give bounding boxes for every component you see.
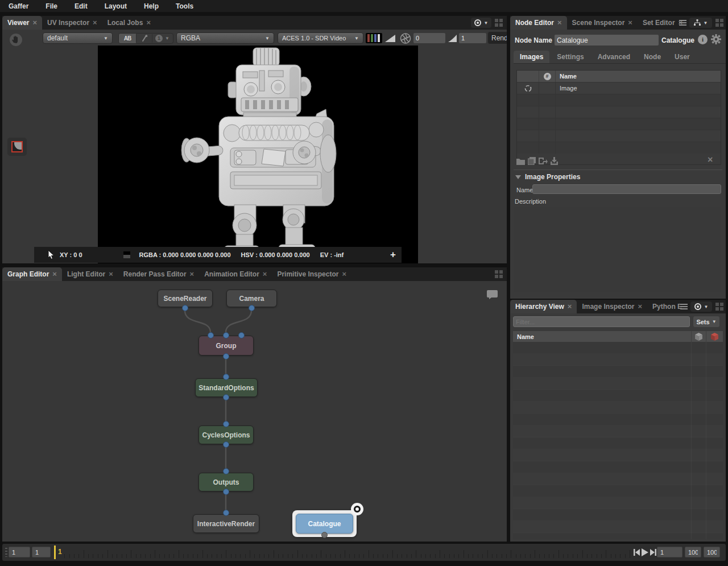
tab-render-pass-editor[interactable]: Render Pass Editor × (118, 267, 199, 281)
plug-out[interactable] (223, 353, 229, 360)
close-icon[interactable]: × (146, 20, 151, 26)
gear-icon[interactable] (711, 34, 721, 44)
subtab-user[interactable]: User (668, 51, 696, 63)
tab-scene-inspector[interactable]: Scene Inspector × (567, 16, 638, 30)
gamma-input[interactable] (459, 33, 486, 43)
tab-primitive-inspector[interactable]: Primitive Inspector × (272, 267, 351, 281)
menu-gaffer[interactable]: Gaffer (0, 0, 37, 13)
playback-range-end-input[interactable] (685, 547, 701, 557)
tab-viewer[interactable]: Viewer × (2, 16, 42, 30)
plug-in[interactable] (223, 332, 229, 338)
menu-help[interactable]: Help (135, 0, 167, 13)
subtab-advanced[interactable]: Advanced (592, 51, 636, 63)
channel-select-dropdown[interactable]: RGBA ▼ (176, 32, 274, 44)
plug-in[interactable] (223, 421, 229, 427)
subtab-node[interactable]: Node (638, 51, 667, 63)
info-icon[interactable]: i (698, 35, 708, 44)
tab-python-editor[interactable]: Python E (647, 300, 682, 313)
add-image-icon[interactable] (516, 158, 525, 165)
annotation-icon[interactable] (487, 290, 498, 299)
close-icon[interactable]: × (190, 271, 195, 277)
pan-tool-icon[interactable] (9, 33, 23, 47)
hierarchy-rows[interactable] (513, 342, 723, 539)
plug-out[interactable] (223, 489, 229, 495)
skip-end-icon[interactable] (650, 549, 656, 556)
image-properties-title[interactable]: Image Properties (525, 173, 580, 181)
hierarchy-filter-input[interactable] (513, 316, 690, 327)
camera-select-dropdown[interactable]: default ▼ (43, 32, 113, 44)
extract-icon[interactable] (551, 157, 558, 165)
wipe-tool-icon[interactable] (136, 34, 152, 43)
tab-list-menu-icon[interactable] (679, 19, 686, 26)
table-row-empty[interactable] (517, 94, 721, 106)
collapse-triangle-icon[interactable] (515, 175, 521, 179)
menu-file[interactable]: File (37, 0, 66, 13)
play-icon[interactable] (642, 548, 648, 556)
table-row-empty[interactable] (517, 118, 721, 130)
table-row-empty[interactable] (517, 142, 721, 154)
ab-compare-button[interactable]: AB (119, 34, 136, 43)
editor-focus-button[interactable]: ▼ (689, 18, 712, 28)
close-icon[interactable]: × (568, 304, 572, 309)
close-icon[interactable]: × (52, 271, 57, 277)
sets-dropdown[interactable]: Sets ▼ (693, 316, 719, 327)
close-icon[interactable]: × (263, 271, 267, 277)
plug-in[interactable] (238, 332, 245, 338)
menu-layout[interactable]: Layout (96, 0, 135, 13)
close-icon[interactable]: × (32, 20, 37, 26)
node-catalogue[interactable]: Catalogue (296, 514, 353, 534)
images-name-header[interactable]: Name (555, 71, 721, 82)
editor-focus-button[interactable]: ▼ (690, 301, 712, 312)
timeline-ruler[interactable] (2, 544, 631, 561)
graph-canvas[interactable]: SceneReader Camera Group StandardOptions… (2, 281, 507, 542)
pin-editor-button[interactable]: ▼ (471, 18, 491, 28)
node-group[interactable]: Group (198, 336, 254, 356)
expand-controls-icon[interactable]: + (390, 249, 396, 261)
layout-grid-icon[interactable] (495, 19, 503, 27)
plug-in[interactable] (223, 374, 229, 380)
plug-out[interactable] (223, 394, 229, 400)
plug-out[interactable] (182, 305, 188, 311)
plug-out[interactable] (223, 441, 229, 448)
close-icon[interactable]: × (638, 304, 642, 309)
display-transform-dropdown[interactable]: ACES 1.0 - SDR Video ▼ (278, 32, 363, 44)
node-name-input[interactable] (555, 35, 659, 46)
tab-graph-editor[interactable]: Graph Editor × (2, 267, 62, 281)
property-name-input[interactable] (532, 184, 721, 194)
property-description-field[interactable] (514, 207, 721, 292)
plug-out[interactable] (321, 532, 328, 538)
hierarchy-name-header[interactable]: Name (513, 333, 691, 340)
remove-image-icon[interactable]: × (708, 155, 713, 165)
menu-tools[interactable]: Tools (167, 0, 202, 13)
layout-grid-icon[interactable] (715, 19, 723, 27)
table-row[interactable]: Image (517, 82, 721, 94)
tab-node-editor[interactable]: Node Editor × (510, 16, 567, 30)
layout-grid-icon[interactable] (495, 270, 503, 278)
plug-in[interactable] (208, 332, 214, 338)
plug-in[interactable] (223, 468, 229, 474)
plug-out[interactable] (249, 305, 255, 311)
tab-local-jobs[interactable]: Local Jobs × (102, 16, 156, 30)
exposure-input[interactable] (413, 33, 445, 43)
tab-image-inspector[interactable]: Image Inspector × (577, 300, 647, 313)
subtab-settings[interactable]: Settings (551, 51, 590, 63)
solo-channel-button[interactable]: 1 ▼ (152, 34, 172, 43)
menu-edit[interactable]: Edit (66, 0, 96, 13)
subtab-images[interactable]: Images (514, 51, 549, 63)
close-icon[interactable]: × (628, 20, 632, 26)
crop-window-tool-button[interactable] (7, 138, 27, 156)
tab-uv-inspector[interactable]: UV Inspector × (42, 16, 102, 30)
render-button[interactable]: Rend (487, 31, 507, 44)
tab-list-menu-icon[interactable] (680, 303, 688, 310)
tab-hierarchy-view[interactable]: Hierarchy View × (510, 300, 577, 313)
inclusions-cube-icon[interactable] (695, 333, 702, 341)
table-row-empty[interactable] (517, 106, 721, 118)
plug-in[interactable] (223, 510, 229, 516)
tab-light-editor[interactable]: Light Editor × (62, 267, 118, 281)
skip-start-icon[interactable] (634, 549, 640, 556)
viewport-image[interactable] (98, 46, 418, 263)
close-icon[interactable]: × (93, 20, 97, 26)
range-end-input[interactable] (704, 547, 720, 557)
duplicate-icon[interactable] (528, 157, 536, 165)
table-row-empty[interactable] (517, 130, 721, 142)
